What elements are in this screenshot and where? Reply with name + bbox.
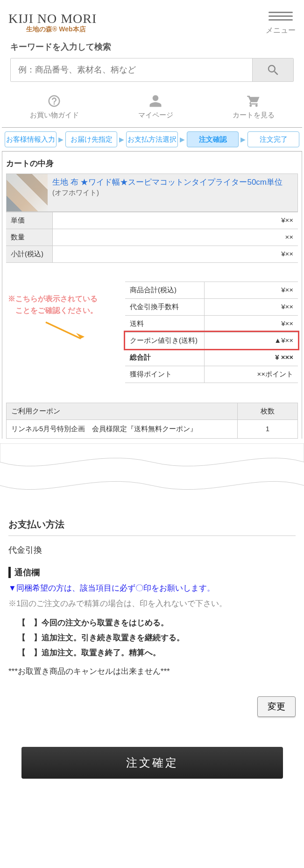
hamburger-icon bbox=[269, 9, 293, 23]
points-label: 獲得ポイント bbox=[125, 366, 205, 383]
nav-mypage[interactable]: マイページ bbox=[138, 94, 173, 120]
step-shipping[interactable]: お届け先指定 bbox=[65, 131, 117, 147]
cod-fee-value: ¥×× bbox=[205, 299, 298, 315]
nav-cart-label: カートを見る bbox=[233, 111, 275, 120]
comm-option-2: 【 】追加注文。引き続き取置きを継続する。 bbox=[8, 630, 296, 645]
nav-guide-label: お買い物ガイド bbox=[30, 111, 79, 120]
chevron-right-icon: ▶ bbox=[58, 136, 64, 143]
comm-instruction: ▼同梱希望の方は、該当項目に必ず〇印をお願いします。 bbox=[8, 583, 296, 593]
site-logo[interactable]: KIJI NO MORI 生地の森® Web本店 bbox=[8, 11, 97, 34]
subtotal-value: ¥×× bbox=[53, 246, 298, 262]
arrow-icon bbox=[43, 320, 90, 343]
step-payment[interactable]: お支払方法選択 bbox=[126, 131, 178, 147]
coupon-qty: 1 bbox=[238, 420, 297, 438]
coupon-label: クーポン値引き(送料) bbox=[125, 333, 205, 349]
svg-line-0 bbox=[46, 322, 81, 339]
unit-price-value: ¥×× bbox=[53, 212, 298, 229]
step-confirm[interactable]: 注文確認 bbox=[187, 131, 239, 147]
comm-option-1: 【 】今回の注文から取置きをはじめる。 bbox=[8, 615, 296, 630]
confirm-order-button[interactable]: 注文確定 bbox=[21, 747, 283, 779]
callout-text: ※こちらが表示されている ことをご確認ください。 bbox=[8, 293, 98, 317]
comm-note: ※1回のご注文のみで精算の場合は、印を入れないで下さい。 bbox=[8, 598, 296, 609]
search-form bbox=[10, 58, 294, 82]
cancel-note: ***お取置き商品のキャンセルは出来ません*** bbox=[8, 666, 296, 677]
search-button[interactable] bbox=[252, 58, 293, 81]
payment-method: 代金引換 bbox=[8, 536, 296, 561]
menu-button[interactable]: メニュー bbox=[266, 9, 296, 36]
points-value: ××ポイント bbox=[205, 366, 298, 383]
grand-total-label: 総合計 bbox=[125, 349, 205, 366]
product-link[interactable]: 生地 布 ★ワイド幅★スーピマコットンタイプライター50cm単位 bbox=[52, 178, 283, 187]
item-total-label: 商品合計(税込) bbox=[125, 282, 205, 298]
user-icon bbox=[148, 94, 163, 108]
help-icon bbox=[47, 94, 61, 108]
subtotal-label: 小計(税込) bbox=[6, 246, 53, 262]
product-variant: (オフホワイト) bbox=[52, 188, 283, 197]
checkout-stepbar: お客様情報入力 ▶ お届け先指定 ▶ お支払方法選択 ▶ 注文確認 ▶ 注文完了 bbox=[5, 131, 299, 147]
nav-guide[interactable]: お買い物ガイド bbox=[30, 94, 79, 120]
chevron-right-icon: ▶ bbox=[240, 136, 246, 143]
cart-title: カートの中身 bbox=[2, 152, 302, 174]
search-title: キーワードを入力して検索 bbox=[10, 41, 294, 52]
chevron-right-icon: ▶ bbox=[119, 136, 124, 143]
nav-cart[interactable]: カートを見る bbox=[233, 94, 275, 120]
step-complete[interactable]: 注文完了 bbox=[247, 131, 299, 147]
menu-label: メニュー bbox=[266, 26, 296, 36]
logo-main-text: KIJI NO MORI bbox=[8, 11, 97, 26]
product-image bbox=[7, 174, 48, 211]
coupon-value: ▲¥×× bbox=[205, 333, 298, 349]
chevron-right-icon: ▶ bbox=[180, 136, 185, 143]
cod-fee-label: 代金引換手数料 bbox=[125, 299, 205, 315]
comm-option-3: 【 】追加注文。取置き終了。精算へ。 bbox=[8, 645, 296, 660]
change-button[interactable]: 変更 bbox=[257, 696, 296, 717]
price-table: 単価¥×× 数量×× 小計(税込)¥×× bbox=[6, 212, 298, 263]
coupon-col-name: ご利用クーポン bbox=[7, 403, 238, 420]
step-customer-info[interactable]: お客様情報入力 bbox=[5, 131, 57, 147]
section-separator bbox=[0, 443, 304, 504]
coupon-discount-row: クーポン値引き(送料)▲¥×× bbox=[125, 332, 298, 349]
shipping-label: 送料 bbox=[125, 316, 205, 332]
qty-value: ×× bbox=[53, 229, 298, 246]
payment-title: お支払い方法 bbox=[8, 518, 296, 536]
unit-price-label: 単価 bbox=[6, 212, 53, 229]
nav-mypage-label: マイページ bbox=[138, 111, 173, 120]
search-input[interactable] bbox=[11, 58, 252, 81]
shipping-value: ¥×× bbox=[205, 316, 298, 332]
logo-sub-text: 生地の森® Web本店 bbox=[26, 25, 97, 34]
search-icon bbox=[266, 63, 280, 77]
summary-table: 商品合計(税込)¥×× 代金引換手数料¥×× 送料¥×× クーポン値引き(送料)… bbox=[125, 282, 298, 383]
product-row: 生地 布 ★ワイド幅★スーピマコットンタイプライター50cm単位 (オフホワイト… bbox=[6, 174, 298, 212]
coupon-name: リンネル5月号特別企画 会員様限定『送料無料クーポン』 bbox=[7, 420, 238, 438]
cart-icon bbox=[247, 94, 261, 108]
item-total-value: ¥×× bbox=[205, 282, 298, 298]
comm-title: 通信欄 bbox=[8, 567, 296, 578]
qty-label: 数量 bbox=[6, 229, 53, 246]
coupon-used-table: ご利用クーポン 枚数 リンネル5月号特別企画 会員様限定『送料無料クーポン』 1 bbox=[6, 403, 298, 439]
comm-options: 【 】今回の注文から取置きをはじめる。 【 】追加注文。引き続き取置きを継続する… bbox=[8, 615, 296, 661]
coupon-col-qty: 枚数 bbox=[238, 403, 297, 420]
grand-total-value: ¥ ××× bbox=[205, 349, 298, 366]
